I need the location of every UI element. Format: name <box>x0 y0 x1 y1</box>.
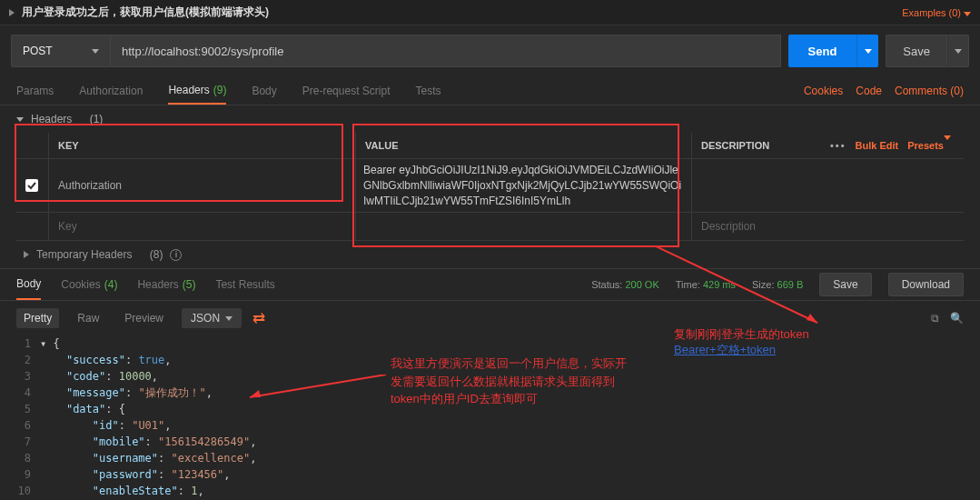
resp-tab-tests[interactable]: Test Results <box>215 269 274 300</box>
download-button[interactable]: Download <box>888 273 964 296</box>
status-code: 200 OK <box>625 279 658 290</box>
title-bar: 用户登录成功之后，获取用户信息(模拟前端请求头) Examples (0) <box>0 0 980 25</box>
copy-icon[interactable]: ⧉ <box>931 312 939 325</box>
info-icon[interactable]: i <box>170 249 182 261</box>
response-time: 429 ms <box>703 279 736 290</box>
tab-params[interactable]: Params <box>16 76 54 105</box>
code-link[interactable]: Code <box>856 85 882 97</box>
method-select[interactable]: POST <box>11 35 111 67</box>
examples-dropdown[interactable]: Examples (0) <box>902 7 971 18</box>
col-description: DESCRIPTION ••• Bulk Edit Presets <box>692 133 964 158</box>
collapse-icon[interactable] <box>9 9 15 16</box>
url-input[interactable] <box>111 35 781 67</box>
tab-tests[interactable]: Tests <box>415 76 441 105</box>
save-button[interactable]: Save <box>886 35 947 67</box>
format-select[interactable]: JSON <box>182 308 242 328</box>
headers-table: KEY VALUE DESCRIPTION ••• Bulk Edit Pres… <box>0 133 980 241</box>
resp-tab-body[interactable]: Body <box>16 269 41 300</box>
tab-authorization[interactable]: Authorization <box>79 76 143 105</box>
response-size: 669 B <box>777 279 804 290</box>
chevron-down-icon <box>92 49 99 54</box>
view-preview[interactable]: Preview <box>117 308 171 328</box>
chevron-down-icon <box>16 117 24 122</box>
resp-tab-cookies[interactable]: Cookies(4) <box>61 269 117 300</box>
bulk-edit-link[interactable]: Bulk Edit <box>856 140 899 151</box>
send-button[interactable]: Send <box>788 35 857 67</box>
cookies-link[interactable]: Cookies <box>804 85 843 97</box>
search-icon[interactable]: 🔍 <box>950 312 964 325</box>
row-checkbox[interactable] <box>16 159 49 212</box>
more-icon[interactable]: ••• <box>830 140 846 151</box>
save-response-button[interactable]: Save <box>819 273 871 296</box>
tab-body[interactable]: Body <box>252 76 276 105</box>
tab-prereq[interactable]: Pre-request Script <box>302 76 391 105</box>
table-header-row: KEY VALUE DESCRIPTION ••• Bulk Edit Pres… <box>16 133 964 159</box>
save-dropdown[interactable] <box>947 35 969 67</box>
col-key: KEY <box>49 133 356 158</box>
response-tabs: Body Cookies(4) Headers(5) Test Results … <box>0 268 980 301</box>
tab-headers[interactable]: Headers(9) <box>168 76 226 105</box>
key-cell[interactable]: Authorization <box>49 159 356 212</box>
request-bar: POST Send Save <box>0 25 980 76</box>
wrap-icon[interactable]: ⇄ <box>252 309 265 328</box>
comments-link[interactable]: Comments (0) <box>895 85 964 97</box>
view-pretty[interactable]: Pretty <box>16 308 59 328</box>
headers-section-toggle[interactable]: Headers (1) <box>0 105 980 133</box>
request-tabs: Params Authorization Headers(9) Body Pre… <box>0 76 980 105</box>
table-row: Authorization Bearer eyJhbGciOiJIUzI1NiJ… <box>16 159 964 213</box>
response-body[interactable]: 1▾ { 2 "success": true, 3 "code": 10000,… <box>0 335 980 500</box>
chevron-down-icon <box>964 12 971 16</box>
send-dropdown[interactable] <box>856 35 878 67</box>
chevron-right-icon <box>24 251 29 258</box>
view-raw[interactable]: Raw <box>70 308 106 328</box>
table-new-row[interactable]: Key Description <box>16 213 964 241</box>
resp-tab-headers[interactable]: Headers(5) <box>137 269 195 300</box>
description-cell[interactable] <box>692 159 964 212</box>
col-value: VALUE <box>356 133 692 158</box>
value-cell[interactable]: Bearer eyJhbGciOiJIUzI1NiJ9.eyJqdGkiOiJV… <box>356 159 692 212</box>
temporary-headers-toggle[interactable]: Temporary Headers (8) i <box>0 241 980 268</box>
presets-dropdown[interactable]: Presets <box>907 140 951 151</box>
request-title: 用户登录成功之后，获取用户信息(模拟前端请求头) <box>22 5 269 20</box>
response-view-bar: Pretty Raw Preview JSON ⇄ ⧉ 🔍 <box>0 301 980 335</box>
